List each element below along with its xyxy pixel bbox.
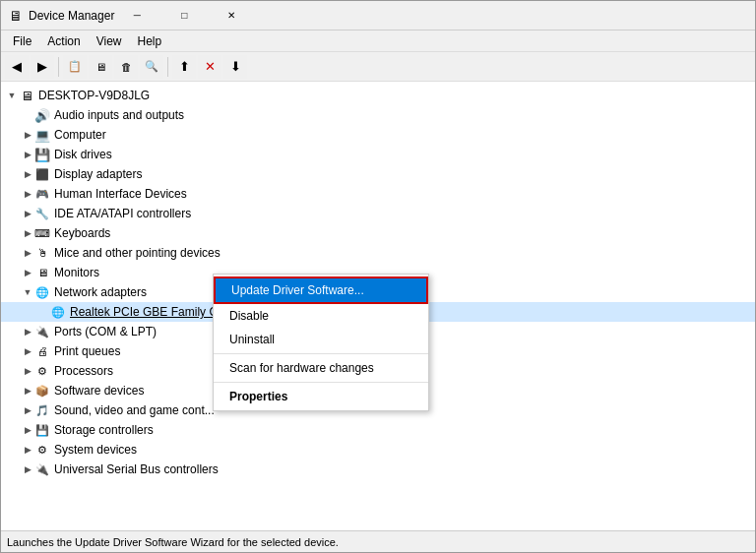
titlebar-controls: ─ □ ✕ [114,1,254,31]
ctx-disable[interactable]: Disable [214,304,428,328]
mice-expand-icon: ▶ [21,246,34,260]
sysdev-icon: ⚙ [34,442,50,458]
tree-item-ports-label: Ports (COM & LPT) [54,325,157,338]
tree-item-storage[interactable]: ▶ 💾 Storage controllers [1,420,755,440]
tb-forward-button[interactable]: ▶ [31,55,54,79]
keyboards-expand-icon: ▶ [21,226,34,240]
tree-item-storage-label: Storage controllers [54,423,154,437]
hid-icon: 🎮 [34,186,50,202]
tree-item-disk[interactable]: ▶ 💾 Disk drives [1,145,755,164]
usb-icon: 🔌 [34,461,50,477]
menu-help[interactable]: Help [130,31,170,51]
ide-expand-icon: ▶ [21,207,34,220]
tree-item-audio-label: Audio inputs and outputs [54,108,184,122]
menubar: File Action View Help [1,31,755,52]
main-panel: ▼ 🖥 DESKTOP-V9D8JLG 🔊 Audio inputs and o… [1,82,755,530]
ctx-update-driver[interactable]: Update Driver Software... [214,276,428,304]
tree-item-processors-label: Processors [54,364,113,378]
tree-item-mice[interactable]: ▶ 🖱 Mice and other pointing devices [1,243,755,263]
computer-expand-icon: ▶ [21,128,34,142]
menu-view[interactable]: View [89,31,130,51]
tree-item-print-label: Print queues [54,344,120,358]
tree-item-sound-label: Sound, video and game cont... [54,403,215,417]
tree-item-sysdev-label: System devices [54,443,137,457]
tree-item-hid-label: Human Interface Devices [54,187,187,201]
computer-icon: 💻 [34,127,50,143]
network-icon: 🌐 [34,284,50,300]
audio-expand-icon [21,108,34,122]
tree-item-hid[interactable]: ▶ 🎮 Human Interface Devices [1,184,755,204]
tree-item-display-label: Display adapters [54,167,142,181]
tree-item-software-label: Software devices [54,384,144,398]
disk-expand-icon: ▶ [21,148,34,161]
usb-expand-icon: ▶ [21,462,34,476]
sound-expand-icon: ▶ [21,403,34,417]
ctx-properties[interactable]: Properties [214,385,428,408]
tb-update-button[interactable]: 🖥 [89,55,112,79]
ide-icon: 🔧 [34,206,50,221]
tree-item-ide[interactable]: ▶ 🔧 IDE ATA/ATAPI controllers [1,204,755,223]
tree-item-mice-label: Mice and other pointing devices [54,246,220,260]
disk-icon: 💾 [34,147,50,162]
root-computer-icon: 🖥 [19,88,34,103]
storage-icon: 💾 [34,422,50,438]
tree-item-usb[interactable]: ▶ 🔌 Universal Serial Bus controllers [1,460,755,479]
tree-item-audio[interactable]: 🔊 Audio inputs and outputs [1,105,755,125]
print-expand-icon: ▶ [21,344,34,358]
titlebar-icon: 🖥 [9,8,23,24]
tree-item-ide-label: IDE ATA/ATAPI controllers [54,207,191,220]
software-expand-icon: ▶ [21,384,34,398]
monitors-expand-icon: ▶ [21,266,34,279]
root-expand-icon: ▼ [5,89,19,102]
hid-expand-icon: ▶ [21,187,34,201]
processors-expand-icon: ▶ [21,364,34,378]
tree-root[interactable]: ▼ 🖥 DESKTOP-V9D8JLG [1,86,755,105]
tb-properties-button[interactable]: 📋 [63,55,87,79]
print-icon: 🖨 [34,343,50,359]
software-icon: 📦 [34,383,50,399]
tb-disable-button[interactable]: ✕ [198,55,221,79]
tree-item-disk-label: Disk drives [54,148,112,161]
tree-item-keyboards[interactable]: ▶ ⌨ Keyboards [1,223,755,243]
tree-item-usb-label: Universal Serial Bus controllers [54,462,219,476]
menu-action[interactable]: Action [39,31,88,51]
titlebar: 🖥 Device Manager ─ □ ✕ [1,1,755,31]
toolbar: ◀ ▶ 📋 🖥 🗑 🔍 ⬆ ✕ ⬇ [1,52,755,82]
tb-sep2 [167,57,168,77]
keyboards-icon: ⌨ [34,225,50,241]
menu-file[interactable]: File [5,31,39,51]
sound-icon: 🎵 [34,402,50,418]
tb-scan-button[interactable]: 🔍 [140,55,163,79]
display-expand-icon: ▶ [21,167,34,181]
realtek-icon: 🌐 [50,304,66,320]
ports-icon: 🔌 [34,324,50,339]
audio-icon: 🔊 [34,107,50,123]
tb-uninstall-button[interactable]: 🗑 [114,55,138,79]
ctx-scan[interactable]: Scan for hardware changes [214,356,428,380]
ports-expand-icon: ▶ [21,325,34,338]
tb-down-button[interactable]: ⬇ [223,55,247,79]
storage-expand-icon: ▶ [21,423,34,437]
minimize-button[interactable]: ─ [114,1,159,31]
tree-item-keyboards-label: Keyboards [54,226,110,240]
tb-sep1 [58,57,59,77]
tree-item-display[interactable]: ▶ ⬛ Display adapters [1,164,755,184]
close-button[interactable]: ✕ [209,1,254,31]
tree-item-sysdev[interactable]: ▶ ⚙ System devices [1,440,755,460]
realtek-expand-icon [36,305,50,319]
tree-item-computer[interactable]: ▶ 💻 Computer [1,125,755,145]
tree-item-computer-label: Computer [54,128,106,142]
maximize-button[interactable]: □ [161,1,207,31]
ctx-uninstall[interactable]: Uninstall [214,328,428,351]
tree-item-monitors-label: Monitors [54,266,99,279]
monitors-icon: 🖥 [34,265,50,280]
network-expand-icon: ▼ [21,285,34,299]
tb-up-button[interactable]: ⬆ [172,55,196,79]
ctx-separator [214,353,428,354]
processors-icon: ⚙ [34,363,50,379]
tb-back-button[interactable]: ◀ [5,55,29,79]
ctx-separator2 [214,382,428,383]
tree-root-label: DESKTOP-V9D8JLG [38,89,150,102]
display-icon: ⬛ [34,166,50,182]
sysdev-expand-icon: ▶ [21,443,34,457]
